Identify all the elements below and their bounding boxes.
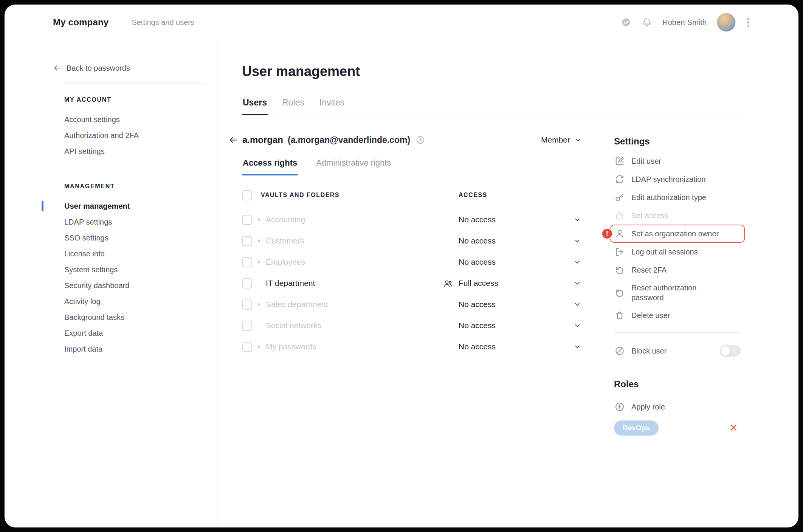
trash-icon [614,310,625,321]
settings-item-label: Set access [631,211,668,220]
expand-arrow-icon[interactable] [252,217,266,223]
sidebar-item-import-data[interactable]: Import data [64,341,205,357]
sidebar-item-security-dashboard[interactable]: Security dashboard [64,278,205,293]
sidebar-item-label: User management [64,202,130,211]
vault-row-sales-department[interactable]: Sales department No access [242,294,584,315]
expand-arrow-icon[interactable] [252,301,266,307]
row-checkbox[interactable] [242,299,252,310]
sidebar-item-label: Account settings [64,115,120,124]
settings-item-reset-authorization-password[interactable]: Reset authorization password [614,279,741,306]
chevron-down-icon[interactable] [573,300,581,309]
tab-administrative-rights[interactable]: Administrative rights [315,158,392,175]
vault-row-employees[interactable]: Employees No access [242,251,584,273]
plus-circle-icon [614,402,625,412]
chevron-down-icon[interactable] [573,343,581,351]
vault-name: Accounting [266,215,305,224]
tab-label: Administrative rights [316,158,391,168]
current-user-name[interactable]: Robert Smith [662,18,707,27]
sidebar-item-authorization-2fa[interactable]: Authorization and 2FA [64,127,205,143]
chevron-down-icon[interactable] [573,237,581,245]
settings-title: Settings [614,136,741,147]
tab-label: Access rights [243,158,297,168]
column-header-vaults: VAULTS AND FOLDERS [261,192,339,199]
tab-invites[interactable]: Invites [319,98,345,115]
kebab-menu-icon[interactable] [746,16,751,29]
sidebar-divider [64,83,205,84]
row-checkbox[interactable] [242,236,252,246]
sidebar-item-label: System settings [64,265,118,274]
bell-icon[interactable] [642,17,652,28]
row-checkbox[interactable] [242,321,252,331]
access-value: No access [459,257,496,267]
role-dropdown[interactable]: Member [541,135,584,144]
tab-users[interactable]: Users [242,98,268,115]
page-title: User management [242,64,798,79]
vault-row-my-passwords[interactable]: My passwords No access [242,336,584,357]
chevron-down-icon[interactable] [573,279,581,287]
vault-row-accounting[interactable]: Accounting No access [242,209,584,230]
chevron-down-icon[interactable] [573,216,581,224]
sidebar-item-activity-log[interactable]: Activity log [64,293,205,309]
settings-item-label: Edit authorization type [631,193,706,202]
settings-item-edit-user[interactable]: Edit user [614,152,741,170]
tab-access-rights[interactable]: Access rights [242,158,298,175]
settings-item-ldap-synchronization[interactable]: LDAP synchronization [614,170,741,188]
sidebar-item-export-data[interactable]: Export data [64,325,205,341]
row-checkbox[interactable] [242,342,252,352]
vault-row-it-department[interactable]: IT department Full access [242,273,584,294]
settings-item-log-out-all-sessions[interactable]: Log out all sessions [614,243,741,261]
select-all-checkbox[interactable] [242,190,252,200]
sidebar-item-sso-settings[interactable]: SSO settings [64,230,205,246]
expand-arrow-icon[interactable] [252,238,266,244]
settings-item-edit-authorization-type[interactable]: Edit authorization type [614,188,741,206]
settings-item-label: Reset authorization password [631,283,709,302]
tab-label: Roles [282,98,304,107]
expand-arrow-icon[interactable] [252,344,266,350]
topbar-divider [120,16,120,29]
topbar: My company Settings and users Robert Smi… [5,5,798,40]
block-user-toggle[interactable] [720,345,741,357]
chevron-down-icon[interactable] [573,321,581,330]
settings-item-label: Log out all sessions [631,248,698,256]
sidebar-item-account-settings[interactable]: Account settings [64,112,205,127]
clock-status-icon [415,135,425,145]
remove-role-icon[interactable]: ✕ [729,423,741,433]
role-dropdown-value: Member [541,135,570,144]
back-arrow-icon[interactable] [228,135,239,145]
main-content: User management Users Roles Invites a.mo… [219,40,798,527]
sidebar-item-label: API settings [64,147,105,156]
block-user-label: Block user [631,347,667,355]
sidebar-item-label: Export data [64,329,103,338]
sidebar-item-system-settings[interactable]: System settings [64,262,205,278]
vault-row-social-networks[interactable]: Social networks No access [242,315,584,336]
row-checkbox[interactable] [242,215,252,225]
avatar[interactable] [717,13,736,32]
tab-roles[interactable]: Roles [281,98,305,115]
settings-item-set-as-organization-owner[interactable]: ! Set as organization owner [610,225,745,243]
sidebar-item-label: LDAP settings [64,218,112,226]
panel-divider [614,447,741,447]
access-value: Full access [459,279,498,288]
expand-arrow-icon[interactable] [252,259,266,265]
settings-item-reset-2fa[interactable]: Reset 2FA [614,261,741,279]
person-icon [614,228,625,239]
row-checkbox[interactable] [242,278,252,288]
lock-icon [614,210,625,221]
access-value: No access [459,300,496,309]
tab-label: Invites [319,98,344,107]
sidebar-item-license-info[interactable]: License info [64,246,205,262]
role-chip-row: DevOps ✕ [614,420,741,436]
check-circle-icon[interactable] [621,17,631,28]
row-checkbox[interactable] [242,257,252,267]
sidebar-item-background-tasks[interactable]: Background tasks [64,309,205,325]
apply-role-button[interactable]: Apply role [614,399,741,414]
sidebar-item-api-settings[interactable]: API settings [64,143,205,159]
chevron-down-icon[interactable] [573,258,581,266]
role-chip-devops[interactable]: DevOps [614,420,659,436]
sidebar-item-user-management[interactable]: User management [64,198,205,214]
back-to-passwords-link[interactable]: Back to passwords [53,64,205,73]
sidebar-item-ldap-settings[interactable]: LDAP settings [64,214,205,230]
vault-name: Customers [266,236,304,245]
vault-row-customers[interactable]: Customers No access [242,230,584,251]
settings-item-delete-user[interactable]: Delete user [614,306,741,324]
